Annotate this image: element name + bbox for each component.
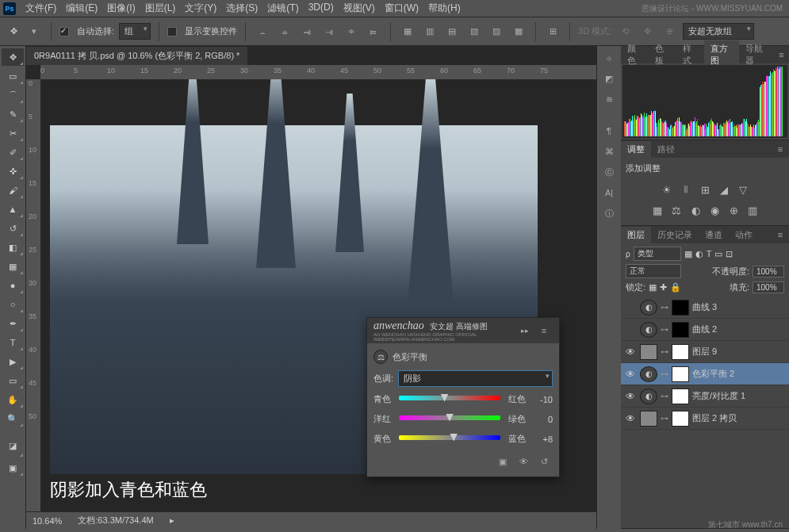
- visibility-toggle[interactable]: 👁: [624, 369, 637, 380]
- dialog-collapse-icon[interactable]: ▸▸: [516, 322, 534, 339]
- history-brush-tool[interactable]: ↺: [2, 220, 24, 237]
- adj-lut-icon[interactable]: ▥: [745, 203, 760, 217]
- distribute-5-icon[interactable]: ▨: [488, 23, 505, 40]
- adj-vibrance-icon[interactable]: ▽: [736, 182, 750, 197]
- lock-position-icon[interactable]: ✚: [660, 282, 667, 293]
- adj-exposure-icon[interactable]: ◢: [717, 182, 731, 197]
- lock-pixels-icon[interactable]: ▦: [649, 282, 657, 293]
- type-tool[interactable]: T: [2, 334, 24, 351]
- ruler-horizontal[interactable]: 051015202530354045505560657075: [40, 65, 596, 79]
- slider-track[interactable]: [399, 396, 500, 404]
- marquee-tool[interactable]: ▭: [2, 67, 24, 85]
- visibility-toggle[interactable]: 👁: [624, 413, 637, 424]
- link-icon[interactable]: ⊶: [661, 325, 668, 334]
- dialog-clip-icon[interactable]: ▣: [494, 453, 511, 470]
- panel-icon-swatches[interactable]: ◩: [600, 70, 618, 87]
- healing-tool[interactable]: ✜: [2, 163, 24, 180]
- adj-bw-icon[interactable]: ◐: [688, 203, 703, 217]
- tab-通道[interactable]: 通道: [699, 227, 729, 243]
- quick-mask-toggle[interactable]: ▣: [2, 459, 24, 477]
- distribute-1-icon[interactable]: ▦: [399, 23, 416, 40]
- align-right-icon[interactable]: ⫢: [365, 23, 382, 40]
- document-size[interactable]: 文档:63.3M/734.4M: [78, 515, 153, 526]
- blend-mode-dropdown[interactable]: 正常: [626, 264, 681, 278]
- distribute-4-icon[interactable]: ▧: [465, 23, 483, 40]
- filter-adjust-icon[interactable]: ◐: [695, 249, 703, 259]
- link-icon[interactable]: ⊶: [661, 369, 668, 378]
- visibility-toggle[interactable]: 👁: [624, 391, 637, 402]
- layer-row[interactable]: ◐⊶曲线 2: [621, 319, 789, 341]
- filter-smart-icon[interactable]: ⊡: [726, 249, 733, 259]
- layer-row[interactable]: 👁⊶图层 9: [621, 341, 789, 363]
- shape-tool[interactable]: ▭: [2, 372, 24, 389]
- adj-channel-mixer-icon[interactable]: ⊕: [726, 203, 741, 217]
- filter-shape-icon[interactable]: ▭: [714, 249, 722, 259]
- menu-图层[interactable]: 图层(L): [140, 0, 181, 17]
- opacity-value[interactable]: 100%: [753, 266, 784, 277]
- eyedropper-tool[interactable]: ✐: [2, 144, 24, 161]
- tab-历史记录[interactable]: 历史记录: [651, 227, 699, 243]
- move-tool[interactable]: ✥: [2, 48, 24, 66]
- zoom-level[interactable]: 10.64%: [33, 516, 62, 526]
- mask-thumb[interactable]: [672, 344, 689, 360]
- stamp-tool[interactable]: ▲: [2, 201, 24, 218]
- layer-name[interactable]: 图层 2 拷贝: [692, 412, 786, 424]
- menu-帮助[interactable]: 帮助(H): [423, 0, 465, 17]
- dialog-eye-icon[interactable]: 👁: [515, 453, 532, 470]
- menu-窗口[interactable]: 窗口(W): [380, 0, 423, 17]
- align-bottom-icon[interactable]: ⫥: [298, 23, 316, 40]
- status-expand-icon[interactable]: ▸: [170, 515, 174, 526]
- slider-track[interactable]: [399, 415, 500, 423]
- adj-balance-icon[interactable]: ⚖: [669, 203, 684, 217]
- lasso-tool[interactable]: ⌒: [2, 86, 24, 104]
- link-icon[interactable]: ⊶: [661, 347, 668, 356]
- dodge-tool[interactable]: ○: [2, 296, 24, 313]
- distribute-2-icon[interactable]: ▥: [421, 23, 439, 40]
- gradient-tool[interactable]: ▦: [2, 258, 24, 275]
- eraser-tool[interactable]: ◧: [2, 239, 24, 256]
- filter-pixel-icon[interactable]: ▦: [684, 249, 692, 259]
- adj-curves-icon[interactable]: ⊞: [698, 182, 712, 197]
- tab-动作[interactable]: 动作: [729, 227, 759, 243]
- slider-value[interactable]: -10: [529, 395, 553, 404]
- panel-menu-icon[interactable]: ≡: [774, 46, 789, 63]
- dialog-reset-icon[interactable]: ↺: [535, 453, 553, 470]
- menu-文件[interactable]: 文件(F): [21, 0, 61, 17]
- align-top-icon[interactable]: ⫠: [254, 23, 271, 40]
- layer-name[interactable]: 亮度/对比度 1: [692, 390, 786, 402]
- auto-select-target[interactable]: 组: [119, 23, 151, 40]
- layer-name[interactable]: 曲线 3: [692, 301, 786, 313]
- slider-track[interactable]: [399, 435, 500, 443]
- layer-name[interactable]: 色彩平衡 2: [692, 368, 786, 380]
- panel-icon-clone[interactable]: ≋: [600, 90, 618, 108]
- align-left-icon[interactable]: ⫣: [320, 23, 338, 40]
- layer-row[interactable]: 👁◐⊶亮度/对比度 1: [621, 385, 789, 408]
- show-transform-checkbox[interactable]: [167, 27, 177, 36]
- distribute-3-icon[interactable]: ▤: [443, 23, 461, 40]
- arrange-icon[interactable]: ⊞: [544, 23, 561, 40]
- adj-levels-icon[interactable]: ⫴: [679, 182, 693, 197]
- pen-tool[interactable]: ✒: [2, 315, 24, 332]
- link-icon[interactable]: ⊶: [661, 414, 668, 423]
- filter-type-icon[interactable]: T: [707, 249, 712, 258]
- color-balance-dialog[interactable]: anwenchao 安文超 高端修图 AN WENCHAO HIGH-END G…: [366, 317, 560, 477]
- adj-hue-icon[interactable]: ▦: [650, 203, 665, 217]
- blur-tool[interactable]: ●: [2, 277, 24, 294]
- quick-select-tool[interactable]: ✎: [2, 105, 24, 123]
- menu-视图[interactable]: 视图(V): [339, 0, 380, 17]
- panel-icon-info[interactable]: ⓘ: [600, 205, 618, 222]
- mask-thumb[interactable]: [672, 411, 689, 427]
- foreground-background-colors[interactable]: ◪: [2, 434, 24, 457]
- distribute-6-icon[interactable]: ▩: [510, 23, 527, 40]
- align-hcenter-icon[interactable]: ⫩: [343, 23, 360, 40]
- menu-选择[interactable]: 选择(S): [221, 0, 262, 17]
- tool-preset-dropdown[interactable]: ▾: [25, 23, 43, 40]
- crop-tool[interactable]: ✂: [2, 124, 24, 142]
- mask-thumb[interactable]: [672, 388, 689, 404]
- menu-文字[interactable]: 文字(Y): [180, 0, 221, 17]
- layer-name[interactable]: 曲线 2: [692, 323, 786, 335]
- tone-dropdown[interactable]: 阴影: [398, 370, 553, 387]
- panel-icon-character[interactable]: A|: [600, 184, 618, 201]
- tab-路径[interactable]: 路径: [651, 141, 681, 158]
- dialog-menu-icon[interactable]: ≡: [535, 322, 553, 339]
